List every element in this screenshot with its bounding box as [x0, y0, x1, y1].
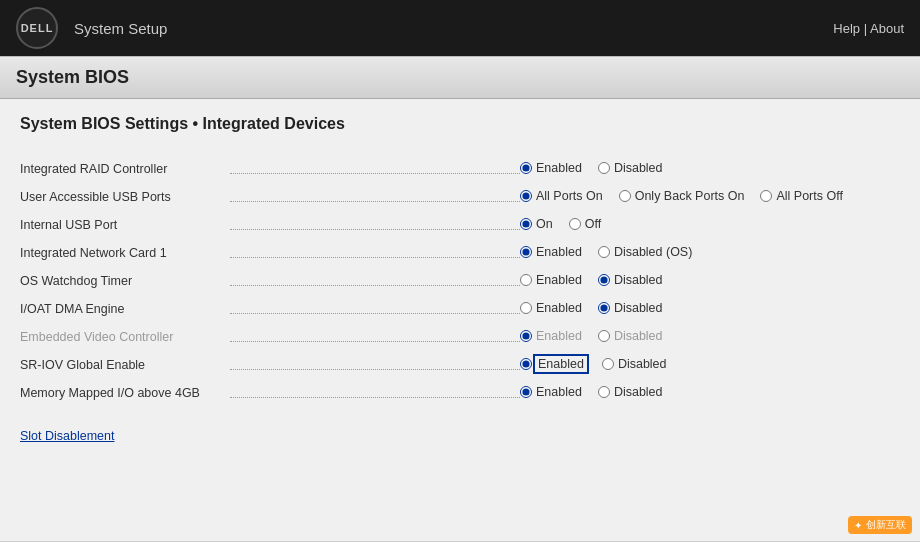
radio-option[interactable]: Disabled [598, 301, 663, 315]
setting-label: I/OAT DMA Engine [20, 295, 230, 323]
radio-label: On [536, 217, 553, 231]
radio-option[interactable]: Enabled [520, 245, 582, 259]
radio-label: All Ports Off [776, 189, 842, 203]
slot-disablement-link[interactable]: Slot Disablement [20, 429, 115, 443]
radio-input[interactable] [598, 330, 610, 342]
table-row: User Accessible USB PortsAll Ports OnOnl… [20, 183, 900, 211]
radio-option[interactable]: Enabled [520, 301, 582, 315]
setting-label: SR-IOV Global Enable [20, 351, 230, 379]
bios-bar: System BIOS [0, 56, 920, 99]
options-cell: EnabledDisabled (OS) [520, 239, 900, 267]
radio-option[interactable]: Disabled [598, 329, 663, 343]
radio-input[interactable] [520, 358, 532, 370]
options-cell: EnabledDisabled [520, 351, 900, 379]
radio-input[interactable] [598, 302, 610, 314]
radio-label: Only Back Ports On [635, 189, 745, 203]
radio-option[interactable]: All Ports On [520, 189, 603, 203]
radio-label: Enabled [536, 245, 582, 259]
radio-label: Disabled [614, 329, 663, 343]
dots-separator [230, 239, 520, 267]
radio-option[interactable]: Disabled [598, 161, 663, 175]
header: DELL System Setup Help | About [0, 0, 920, 56]
radio-input[interactable] [602, 358, 614, 370]
radio-option[interactable]: Enabled [520, 161, 582, 175]
radio-option[interactable]: Enabled [520, 329, 582, 343]
options-cell: EnabledDisabled [520, 155, 900, 183]
radio-option[interactable]: Only Back Ports On [619, 189, 745, 203]
radio-input[interactable] [598, 162, 610, 174]
radio-option[interactable]: Enabled [520, 273, 582, 287]
setting-label: Integrated RAID Controller [20, 155, 230, 183]
radio-input[interactable] [520, 190, 532, 202]
radio-option[interactable]: All Ports Off [760, 189, 842, 203]
setting-label: Internal USB Port [20, 211, 230, 239]
radio-label: Enabled [536, 301, 582, 315]
header-left: DELL System Setup [16, 7, 167, 49]
dell-logo-text: DELL [21, 22, 54, 34]
table-row: Memory Mapped I/O above 4GBEnabledDisabl… [20, 379, 900, 407]
radio-label: Disabled [614, 161, 663, 175]
radio-label: Disabled [614, 385, 663, 399]
radio-option[interactable]: Disabled (OS) [598, 245, 693, 259]
options-cell: All Ports OnOnly Back Ports OnAll Ports … [520, 183, 900, 211]
radio-input[interactable] [520, 302, 532, 314]
help-link[interactable]: Help [833, 21, 860, 36]
watermark-icon: ✦ [854, 520, 862, 531]
table-row: SR-IOV Global EnableEnabledDisabled [20, 351, 900, 379]
options-cell: EnabledDisabled [520, 295, 900, 323]
header-title: System Setup [74, 20, 167, 37]
setting-label: User Accessible USB Ports [20, 183, 230, 211]
bios-bar-title: System BIOS [16, 67, 129, 87]
watermark: ✦ 创新互联 [848, 516, 912, 534]
about-link[interactable]: About [870, 21, 904, 36]
radio-input[interactable] [569, 218, 581, 230]
radio-label: Enabled [536, 273, 582, 287]
radio-label: Off [585, 217, 601, 231]
radio-input[interactable] [520, 330, 532, 342]
radio-input[interactable] [520, 246, 532, 258]
radio-label: Disabled [614, 301, 663, 315]
radio-label: All Ports On [536, 189, 603, 203]
radio-input[interactable] [598, 386, 610, 398]
dots-separator [230, 155, 520, 183]
radio-label: Enabled [536, 357, 586, 371]
radio-option[interactable]: Enabled [520, 357, 586, 371]
dots-separator [230, 351, 520, 379]
radio-option[interactable]: Enabled [520, 385, 582, 399]
dots-separator [230, 379, 520, 407]
options-cell: OnOff [520, 211, 900, 239]
options-cell: EnabledDisabled [520, 379, 900, 407]
radio-option[interactable]: Disabled [602, 357, 667, 371]
main-content: System BIOS Settings • Integrated Device… [0, 99, 920, 541]
radio-label: Disabled [614, 273, 663, 287]
radio-option[interactable]: On [520, 217, 553, 231]
radio-label: Disabled (OS) [614, 245, 693, 259]
table-row: Integrated Network Card 1EnabledDisabled… [20, 239, 900, 267]
radio-label: Enabled [536, 329, 582, 343]
table-row: OS Watchdog TimerEnabledDisabled [20, 267, 900, 295]
dots-separator [230, 267, 520, 295]
radio-input[interactable] [598, 246, 610, 258]
radio-option[interactable]: Disabled [598, 273, 663, 287]
radio-label: Enabled [536, 385, 582, 399]
setting-label: Memory Mapped I/O above 4GB [20, 379, 230, 407]
table-row: I/OAT DMA EngineEnabledDisabled [20, 295, 900, 323]
radio-option[interactable]: Off [569, 217, 601, 231]
radio-input[interactable] [520, 162, 532, 174]
radio-input[interactable] [760, 190, 772, 202]
watermark-text: 创新互联 [866, 518, 906, 532]
dell-logo: DELL [16, 7, 58, 49]
settings-table: Integrated RAID ControllerEnabledDisable… [20, 155, 900, 407]
page-heading: System BIOS Settings • Integrated Device… [20, 115, 900, 137]
setting-label: Integrated Network Card 1 [20, 239, 230, 267]
radio-input[interactable] [520, 218, 532, 230]
table-row: Embedded Video ControllerEnabledDisabled [20, 323, 900, 351]
options-cell: EnabledDisabled [520, 267, 900, 295]
radio-input[interactable] [520, 386, 532, 398]
radio-input[interactable] [619, 190, 631, 202]
radio-input[interactable] [598, 274, 610, 286]
radio-input[interactable] [520, 274, 532, 286]
table-row: Internal USB PortOnOff [20, 211, 900, 239]
radio-label: Disabled [618, 357, 667, 371]
radio-option[interactable]: Disabled [598, 385, 663, 399]
